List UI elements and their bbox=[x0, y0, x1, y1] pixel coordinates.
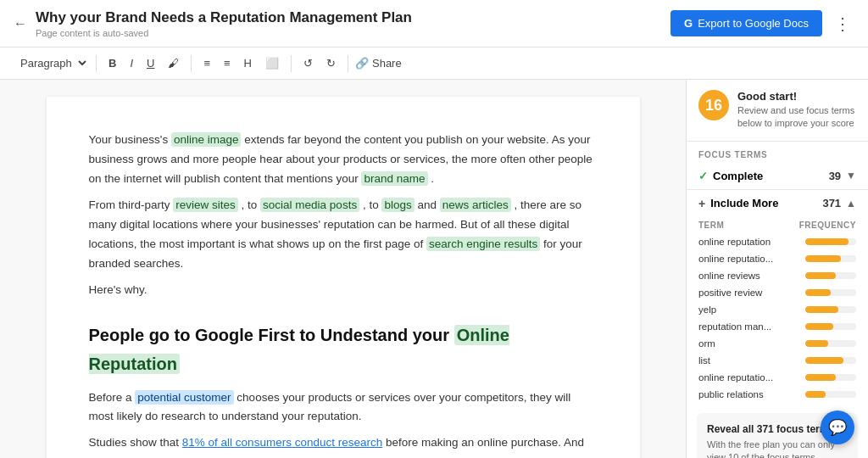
italic-button[interactable]: I bbox=[125, 53, 138, 73]
focus-terms-label: FOCUS TERMS bbox=[687, 142, 868, 163]
complete-chevron: ▼ bbox=[846, 170, 856, 182]
share-button[interactable]: 🔗 Share bbox=[355, 57, 402, 70]
chat-bubble-button[interactable]: 💬 bbox=[821, 411, 854, 444]
score-badge: 16 bbox=[698, 90, 729, 120]
toolbar: Paragraph B I U 🖌 ≡ ≡ H ⬜ ↺ ↻ 🔗 Share bbox=[0, 47, 868, 80]
toolbar-divider-1 bbox=[96, 55, 97, 72]
link-81-percent[interactable]: 81% of all consumers conduct research bbox=[182, 436, 382, 449]
top-bar-right: G Export to Google Docs ⋮ bbox=[670, 10, 854, 37]
complete-section: ✓ Complete 39 ▼ bbox=[687, 163, 868, 190]
ordered-list-button[interactable]: ≡ bbox=[198, 53, 215, 73]
term-search-engine-results: search engine results bbox=[426, 237, 540, 251]
bold-button[interactable]: B bbox=[103, 53, 121, 73]
include-more-left: + Include More bbox=[698, 197, 778, 210]
term-bar bbox=[805, 357, 843, 364]
toolbar-divider-4 bbox=[348, 55, 348, 72]
term-row: public relations bbox=[687, 386, 868, 403]
term-bar bbox=[805, 374, 836, 381]
undo-button[interactable]: ↺ bbox=[298, 53, 318, 73]
heading-1: People go to Google First to Undestand y… bbox=[89, 321, 598, 378]
term-row: online reputatio... bbox=[687, 369, 868, 386]
editor-container[interactable]: Your business's online image extends far… bbox=[0, 80, 686, 458]
paragraph-1: Your business's online image extends far… bbox=[89, 131, 598, 189]
paint-button[interactable]: 🖌 bbox=[163, 53, 184, 73]
doc-title-area: Why your Brand Needs a Reputation Manage… bbox=[36, 9, 412, 38]
back-button[interactable]: ← bbox=[14, 16, 27, 31]
complete-label: Complete bbox=[713, 170, 763, 182]
term-name: online reputation bbox=[698, 237, 805, 247]
term-bar-container bbox=[805, 306, 856, 313]
frequency-col-label: FREQUENCY bbox=[799, 221, 856, 230]
term-row: orm bbox=[687, 335, 868, 352]
plus-icon: + bbox=[698, 197, 705, 210]
score-info: Good start! Review and use focus terms b… bbox=[737, 90, 856, 131]
unordered-list-button[interactable]: ≡ bbox=[219, 53, 236, 73]
complete-header-left: ✓ Complete bbox=[698, 170, 763, 182]
check-icon: ✓ bbox=[698, 170, 708, 182]
term-bar bbox=[805, 272, 836, 279]
complete-count: 39 bbox=[829, 170, 841, 182]
term-bar-container bbox=[805, 323, 856, 330]
complete-section-header[interactable]: ✓ Complete 39 ▼ bbox=[687, 163, 868, 189]
export-button[interactable]: G Export to Google Docs bbox=[670, 10, 822, 36]
include-more-label: Include More bbox=[710, 197, 778, 209]
term-name: online reputatio... bbox=[698, 372, 805, 383]
term-row: online reputatio... bbox=[687, 250, 868, 267]
include-more-count: 371 bbox=[822, 197, 841, 209]
term-blogs: blogs bbox=[381, 198, 414, 212]
term-col-label: TERM bbox=[698, 221, 724, 230]
term-brand-name-1: brand name bbox=[361, 171, 427, 186]
term-bar bbox=[805, 255, 841, 262]
toolbar-divider-2 bbox=[191, 55, 192, 72]
term-bar-container bbox=[805, 391, 856, 398]
term-row: list bbox=[687, 352, 868, 369]
redo-button[interactable]: ↻ bbox=[321, 53, 341, 73]
paragraph-3: Here's why. bbox=[89, 281, 598, 300]
term-name: online reputatio... bbox=[698, 254, 805, 264]
right-sidebar: 16 Good start! Review and use focus term… bbox=[686, 80, 868, 458]
term-name: public relations bbox=[698, 389, 805, 399]
term-bar-container bbox=[805, 357, 856, 364]
score-header: 16 Good start! Review and use focus term… bbox=[687, 80, 868, 142]
paragraph-select[interactable]: Paragraph bbox=[14, 53, 89, 74]
more-options-button[interactable]: ⋮ bbox=[831, 10, 854, 37]
top-bar-left: ← Why your Brand Needs a Reputation Mana… bbox=[14, 9, 412, 38]
term-potential-customer: potential customer bbox=[135, 390, 233, 405]
term-name: positive review bbox=[698, 288, 805, 298]
google-icon: G bbox=[684, 17, 693, 30]
term-bar-container bbox=[805, 340, 856, 347]
term-name: list bbox=[698, 355, 805, 366]
term-bar bbox=[805, 238, 849, 245]
paragraph-5: Studies show that 81% of all consumers c… bbox=[89, 433, 598, 458]
editor-content: Your business's online image extends far… bbox=[89, 131, 598, 458]
doc-title: Why your Brand Needs a Reputation Manage… bbox=[36, 9, 412, 26]
term-name: online reviews bbox=[698, 271, 805, 281]
complete-right: 39 ▼ bbox=[829, 170, 856, 182]
share-label: Share bbox=[372, 57, 402, 70]
share-icon: 🔗 bbox=[355, 57, 369, 70]
paragraph-2: From third-party review sites , to socia… bbox=[89, 196, 598, 274]
include-more-chevron: ▲ bbox=[846, 198, 856, 209]
toolbar-divider-3 bbox=[291, 55, 292, 72]
score-desc: Review and use focus terms below to impr… bbox=[737, 104, 856, 131]
term-online-reputation-heading: Online Reputation bbox=[89, 325, 509, 374]
term-table-header: TERM FREQUENCY bbox=[687, 217, 868, 233]
term-row: yelp bbox=[687, 301, 868, 318]
editor-page: Your business's online image extends far… bbox=[47, 97, 640, 458]
heading-button[interactable]: H bbox=[239, 53, 257, 73]
term-rows-container: online reputation online reputatio... on… bbox=[687, 233, 868, 403]
term-news-articles: news articles bbox=[440, 198, 511, 212]
image-button[interactable]: ⬜ bbox=[260, 53, 284, 73]
underline-button[interactable]: U bbox=[142, 53, 159, 73]
include-more-header[interactable]: + Include More 371 ▲ bbox=[687, 190, 868, 217]
term-bar-container bbox=[805, 238, 856, 245]
term-name: orm bbox=[698, 338, 805, 349]
term-name: reputation man... bbox=[698, 321, 805, 332]
term-bar bbox=[805, 323, 833, 330]
term-bar bbox=[805, 340, 828, 347]
term-bar bbox=[805, 306, 838, 313]
term-bar-container bbox=[805, 272, 856, 279]
term-bar bbox=[805, 289, 831, 296]
term-row: online reputation bbox=[687, 233, 868, 250]
include-more-right: 371 ▲ bbox=[822, 197, 856, 209]
